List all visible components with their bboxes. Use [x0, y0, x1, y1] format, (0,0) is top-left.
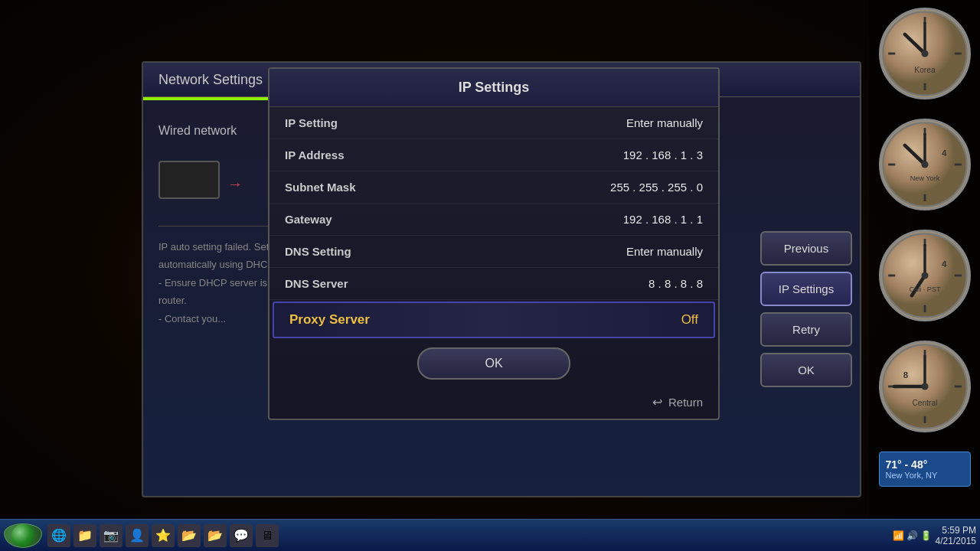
clock-newyork-face: New York 4 [879, 119, 971, 210]
svg-point-16 [921, 161, 928, 168]
svg-text:New York: New York [910, 174, 939, 182]
weather-temp: 71° - 48° [886, 458, 964, 471]
ip-setting-row: IP Setting Enter manually [270, 107, 718, 139]
clock-korea: Korea [879, 8, 971, 99]
retry-button[interactable]: Retry [760, 312, 852, 347]
ip-setting-label: IP Setting [285, 116, 338, 129]
dns-setting-label: DNS Setting [285, 245, 351, 258]
clock-korea-face: Korea [879, 8, 971, 99]
dns-server-value: 8 . 8 . 8 . 8 [648, 277, 703, 290]
clock-central: Central 8 [879, 341, 971, 432]
network-icon [158, 161, 220, 199]
dns-server-label: DNS Server [285, 277, 348, 290]
taskbar-right: 📶 🔊 🔋 5:59 PM 4/21/2015 [893, 525, 976, 546]
return-row: ↩ Return [270, 389, 718, 419]
svg-point-7 [921, 50, 928, 57]
ip-dialog-header: IP Settings [270, 69, 718, 107]
subnet-mask-value: 255 . 255 . 255 . 0 [610, 181, 703, 194]
ip-dialog-title: IP Settings [459, 80, 530, 95]
ip-settings-dialog: IP Settings IP Setting Enter manually IP… [268, 67, 720, 420]
start-orb [11, 524, 34, 547]
dns-setting-value: Enter manually [626, 245, 703, 258]
svg-point-26 [921, 272, 928, 279]
weather-widget: 71° - 48° New York, NY [879, 452, 971, 487]
network-settings-title: Network Settings [158, 72, 263, 88]
svg-text:4: 4 [941, 148, 946, 158]
taskbar-icon-star[interactable]: ⭐ [152, 524, 175, 547]
svg-text:8: 8 [903, 370, 907, 380]
proxy-server-label: Proxy Server [289, 312, 370, 328]
proxy-server-value: Off [681, 312, 698, 328]
dns-server-row: DNS Server 8 . 8 . 8 . 8 [270, 268, 718, 300]
tray-volume: 🔊 [906, 530, 918, 541]
taskbar-icon-folder1[interactable]: 📂 [178, 524, 201, 547]
ip-address-row: IP Address 192 . 168 . 1 . 3 [270, 139, 718, 171]
gateway-value: 192 . 168 . 1 . 1 [623, 213, 703, 226]
subnet-mask-row: Subnet Mask 255 . 255 . 255 . 0 [270, 171, 718, 204]
svg-text:4: 4 [941, 259, 946, 269]
ok-side-button[interactable]: OK [760, 353, 852, 387]
clock-cali: Cali · PST 4 [879, 230, 971, 321]
return-label[interactable]: Return [668, 396, 703, 409]
taskbar-icon-photo[interactable]: 📷 [100, 524, 122, 547]
taskbar-icon-chat[interactable]: 💬 [230, 524, 253, 547]
taskbar-clock: 5:59 PM 4/21/2015 [936, 525, 976, 546]
return-icon: ↩ [652, 395, 662, 409]
taskbar: 🌐 📁 📷 👤 ⭐ 📂 📂 💬 🖥 📶 🔊 🔋 5:59 PM 4/21/201… [0, 519, 980, 551]
tray-battery: 🔋 [920, 530, 932, 541]
ip-address-label: IP Address [285, 148, 345, 161]
ip-address-value: 192 . 168 . 1 . 3 [623, 148, 703, 161]
clock-newyork: New York 4 [879, 119, 971, 210]
clock-cali-face: Cali · PST 4 [879, 230, 971, 321]
svg-text:Korea: Korea [914, 66, 936, 74]
arrow-icon: → [227, 175, 243, 193]
taskbar-icon-terminal[interactable]: 🖥 [256, 524, 279, 547]
clocks-panel: Korea [869, 0, 980, 520]
right-buttons-panel: Previous IP Settings Retry OK [760, 109, 852, 387]
clock-central-face: Central 8 [879, 341, 971, 432]
dns-setting-row: DNS Setting Enter manually [270, 236, 718, 268]
svg-text:Central: Central [912, 399, 937, 407]
proxy-server-row[interactable]: Proxy Server Off [273, 302, 715, 338]
taskbar-icon-browser[interactable]: 🌐 [47, 524, 70, 547]
taskbar-icon-folder2[interactable]: 📂 [204, 524, 227, 547]
ip-settings-button[interactable]: IP Settings [760, 272, 852, 306]
ip-setting-value: Enter manually [626, 116, 703, 129]
weather-city: New York, NY [886, 471, 964, 480]
subnet-mask-label: Subnet Mask [285, 181, 356, 194]
dialog-ok-button[interactable]: OK [417, 347, 570, 380]
start-button[interactable] [4, 523, 42, 548]
svg-text:Cali · PST: Cali · PST [909, 285, 940, 293]
taskbar-icon-user[interactable]: 👤 [126, 524, 149, 547]
tray-network: 📶 [893, 530, 904, 541]
previous-button[interactable]: Previous [760, 231, 852, 266]
gateway-label: Gateway [285, 213, 332, 226]
taskbar-icon-explorer[interactable]: 📁 [74, 524, 96, 547]
system-tray: 📶 🔊 🔋 [893, 530, 932, 541]
svg-point-36 [921, 383, 928, 390]
gateway-row: Gateway 192 . 168 . 1 . 1 [270, 204, 718, 236]
